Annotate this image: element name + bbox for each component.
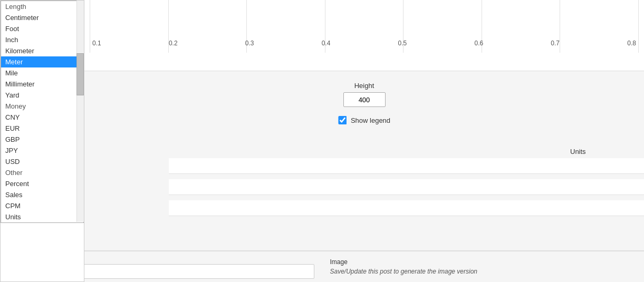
axis-label: 0.6 [474,40,483,47]
list-item[interactable]: Inch [1,34,83,45]
legend-label: Show legend [351,116,390,124]
height-label: Height [354,82,374,90]
row-input-field-1[interactable] [169,158,644,173]
dropdown-list[interactable]: LengthCentimeterFootInchKilometerMeterMi… [1,1,84,223]
image-note: Save/Update this post to generate the im… [330,268,634,275]
main-wrapper: LengthCentimeterFootInchKilometerMeterMi… [0,0,644,282]
list-item[interactable]: Centimeter [1,12,83,23]
axis-label: 0.1 [92,40,101,47]
list-item[interactable]: CPM [1,200,83,211]
list-item[interactable]: Other [1,167,83,178]
chart-area: 0.10.20.30.40.50.60.70.8 [84,0,644,71]
settings-panel: Height Show legend Units N/A [84,71,644,250]
axis-label: 0.7 [551,40,560,47]
list-item[interactable]: Sales [1,189,83,200]
list-item[interactable]: EUR [1,123,83,134]
list-item[interactable]: Yard [1,90,83,101]
image-label: Image [330,258,634,266]
list-item[interactable]: CNY [1,112,83,123]
list-item[interactable]: USD [1,156,83,167]
chart-axis: 0.10.20.30.40.50.60.70.8 [84,40,644,47]
row-input-3 [169,200,644,216]
list-item[interactable]: GBP [1,134,83,145]
show-legend-section: Show legend [338,116,390,124]
list-item[interactable]: Length [1,1,83,12]
scrollbar-thumb[interactable] [76,53,84,95]
show-legend-checkbox[interactable] [338,116,347,124]
list-item[interactable]: Meter [1,56,83,67]
list-item[interactable]: Foot [1,23,83,34]
axis-labels: 0.10.20.30.40.50.60.70.8 [90,40,639,47]
list-item[interactable]: Kilometer [1,45,83,56]
list-item[interactable]: Money [1,101,83,112]
row-inputs-1 [169,158,644,174]
row-inputs-3 [169,200,644,216]
image-group: Image Save/Update this post to generate … [330,258,634,275]
row-input-field-3[interactable] [169,200,644,216]
axis-label: 0.2 [169,40,178,47]
list-item[interactable]: Percent [1,178,83,189]
row-input-2 [169,179,644,195]
list-item[interactable]: Units [1,211,83,222]
axis-label: 0.3 [245,40,254,47]
scrollbar-track[interactable] [76,1,84,222]
units-label: Units [570,148,633,155]
axis-label: 0.5 [398,40,407,47]
axis-label: 0.4 [322,40,331,47]
list-item[interactable]: Millimeter [1,79,83,90]
axis-label: 0.8 [627,40,636,47]
row-input-field-2[interactable] [169,179,644,195]
left-panel: LengthCentimeterFootInchKilometerMeterMi… [0,0,84,282]
bottom-section: Shortcode Image Save/Update this post to… [0,250,644,282]
height-input[interactable] [343,92,386,107]
height-section: Height [343,71,386,107]
row-inputs-2 [169,179,644,195]
list-item[interactable]: Mile [1,67,83,79]
row-input-1 [169,158,644,174]
list-item[interactable]: JPY [1,145,83,156]
